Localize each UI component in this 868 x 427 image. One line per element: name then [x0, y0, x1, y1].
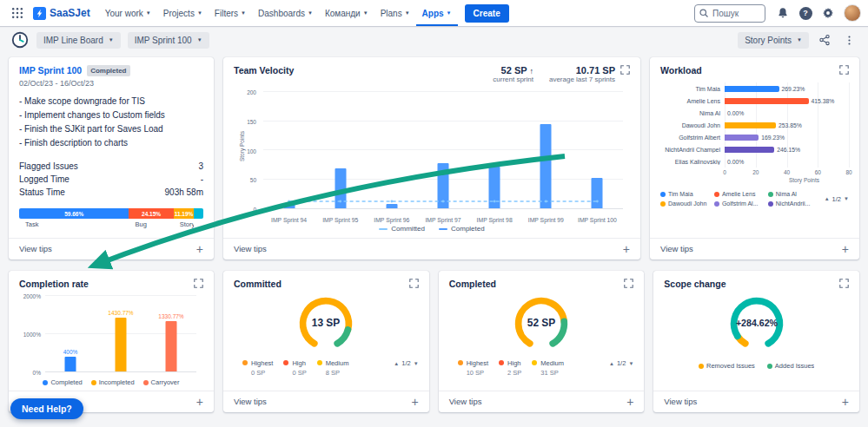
legend-item[interactable]: High2 SP	[499, 359, 521, 377]
card-footer: View tips +	[9, 238, 214, 259]
sprint-stat-row: Status Time903h 58m	[19, 187, 203, 197]
chevron-down-icon: ▼	[308, 10, 313, 16]
legend-item[interactable]: Tim Maia	[660, 191, 712, 197]
completion-chart: 0%1000%2000% 400% 1430.77% 1330.77%	[19, 296, 203, 372]
add-icon[interactable]: +	[623, 245, 630, 253]
legend-item[interactable]: Carryover	[143, 378, 180, 386]
bar-value-label: 400%	[63, 349, 78, 355]
workload-track: 415.38%	[725, 98, 849, 104]
legend-item[interactable]: Completed	[439, 225, 485, 233]
workload-bar[interactable]	[725, 86, 779, 92]
add-icon[interactable]: +	[411, 397, 418, 406]
legend-item[interactable]: Highest10 SP	[458, 359, 488, 377]
nav-item-projects[interactable]: Projects▼	[157, 0, 209, 26]
nav-item-filters[interactable]: Filters▼	[209, 0, 252, 26]
view-tips-link[interactable]: View tips	[660, 244, 693, 253]
chart-legend: Tim MaiaAmelie LensNima AlDawoudi JohnGo…	[660, 191, 820, 207]
legend-value: 31 SP	[540, 369, 564, 377]
team-velocity-card: Team Velocity 52 SP ↑ current sprint 10.…	[223, 57, 640, 259]
legend-item[interactable]: Completed	[43, 378, 82, 386]
user-avatar[interactable]	[844, 4, 861, 22]
legend-item[interactable]: NichtAndrii...	[768, 200, 820, 207]
expand-icon[interactable]	[839, 279, 849, 288]
app-switcher-icon[interactable]	[7, 3, 28, 23]
legend-item[interactable]: High0 SP	[283, 359, 306, 377]
legend-item[interactable]: Highest0 SP	[242, 359, 273, 377]
expand-icon[interactable]	[194, 279, 203, 288]
average-value: 10.71 SP	[549, 65, 615, 76]
pager-down-icon[interactable]: ▼	[414, 361, 419, 366]
view-tips-link[interactable]: View tips	[234, 244, 267, 253]
completion-bar[interactable]	[65, 357, 76, 371]
pager-down-icon[interactable]: ▼	[628, 361, 633, 366]
nav-item-your-work[interactable]: Your work▼	[99, 0, 157, 26]
legend-label: Highest	[467, 359, 488, 367]
legend-item[interactable]: Nima Al	[768, 191, 820, 197]
board-toolbar: IMP Line Board▼ IMP Sprint 100▼ Story Po…	[0, 26, 868, 54]
svg-text:52 SP: 52 SP	[527, 317, 555, 329]
expand-icon[interactable]	[620, 65, 630, 75]
completion-bar[interactable]	[166, 321, 177, 371]
legend-item[interactable]: Dawoudi John	[660, 200, 712, 207]
more-icon[interactable]	[840, 31, 858, 49]
completion-bar[interactable]	[116, 318, 127, 371]
workload-rows: Tim Maia 269.23% Amelie Lens 415.38% Nim…	[660, 82, 849, 168]
question-mark-icon: ?	[799, 7, 812, 20]
workload-bar[interactable]	[725, 147, 774, 153]
pager-down-icon[interactable]: ▼	[844, 196, 849, 201]
view-tips-link[interactable]: View tips	[664, 397, 697, 406]
legend-item[interactable]: Amelie Lens	[714, 191, 766, 197]
add-icon[interactable]: +	[196, 397, 203, 406]
board-select[interactable]: IMP Line Board▼	[36, 32, 121, 49]
pager-up-icon[interactable]: ▲	[609, 361, 614, 366]
chevron-down-icon: ▼	[146, 10, 151, 16]
need-help-button[interactable]: Need Help?	[10, 398, 83, 419]
workload-row: Golfstrim Albert 169.23%	[660, 131, 849, 143]
pager-up-icon[interactable]: ▲	[825, 196, 830, 201]
legend-item[interactable]: Committed	[379, 225, 425, 233]
workload-bar[interactable]	[725, 122, 776, 128]
legend-item[interactable]: Medium8 SP	[317, 359, 349, 377]
metric-select[interactable]: Story Points▼	[738, 32, 809, 49]
legend-item[interactable]: Medium31 SP	[532, 359, 564, 377]
nav-item-plans[interactable]: Plans▼	[374, 0, 416, 26]
notifications-icon[interactable]	[772, 3, 793, 23]
scope-change-card: Scope change +284.62% Removed IssuesAdde…	[653, 271, 859, 412]
assignee-name: Tim Maia	[660, 86, 725, 92]
legend-value: 0 SP	[251, 369, 273, 377]
create-button[interactable]: Create	[465, 4, 509, 23]
chevron-down-icon: ▼	[797, 37, 802, 43]
legend-item[interactable]: Golfstrim Al...	[714, 200, 766, 207]
sprint-select[interactable]: IMP Sprint 100▼	[128, 32, 209, 49]
help-icon[interactable]: ?	[795, 3, 816, 23]
workload-bar[interactable]	[725, 135, 759, 141]
nav-item-apps[interactable]: Apps▼	[416, 0, 458, 26]
expand-icon[interactable]	[839, 65, 849, 75]
sprint-title-link[interactable]: IMP Sprint 100	[19, 65, 82, 76]
stat-label: Logged Time	[19, 174, 70, 184]
share-icon[interactable]	[816, 31, 833, 49]
expand-icon[interactable]	[624, 279, 633, 288]
workload-bar[interactable]	[725, 98, 809, 104]
add-icon[interactable]: +	[196, 245, 203, 253]
expand-icon[interactable]	[409, 279, 419, 288]
sprint-goal-line: - Finish the SJKit part for Saves Load	[19, 122, 203, 136]
sprint-goal-line: - Finish description to charts	[19, 136, 203, 150]
view-tips-link[interactable]: View tips	[19, 244, 52, 253]
pager-up-icon[interactable]: ▲	[394, 361, 399, 366]
view-tips-link[interactable]: View tips	[234, 397, 267, 406]
view-tips-link[interactable]: View tips	[449, 397, 482, 406]
legend-label: Highest	[251, 359, 273, 367]
workload-track: 169.23%	[725, 135, 849, 141]
add-icon[interactable]: +	[842, 245, 849, 253]
add-icon[interactable]: +	[842, 397, 849, 406]
add-icon[interactable]: +	[626, 397, 633, 406]
legend-item[interactable]: Added Issues	[767, 362, 814, 370]
legend-item[interactable]: Removed Issues	[699, 362, 755, 370]
nav-item-команди[interactable]: Команди▼	[319, 0, 374, 26]
nav-item-dashboards[interactable]: Dashboards▼	[252, 0, 319, 26]
legend-item[interactable]: Incompleted	[91, 378, 135, 386]
workload-row: Elias Kalinovskiy 0.00%	[660, 155, 849, 168]
settings-icon[interactable]	[818, 3, 838, 23]
app-logo[interactable]: SaaSJet	[30, 7, 97, 20]
